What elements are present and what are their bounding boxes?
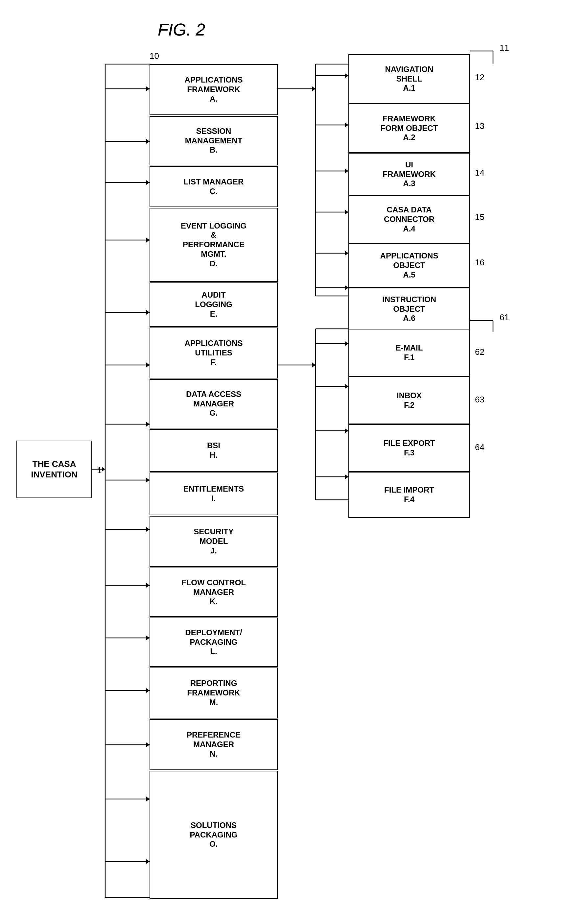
svg-marker-26 (146, 688, 150, 693)
svg-marker-28 (146, 742, 150, 747)
svg-marker-22 (146, 583, 150, 588)
box-O: SOLUTIONS PACKAGING O. (150, 771, 278, 899)
ref-15: 15 (475, 212, 485, 222)
svg-marker-12 (146, 310, 150, 315)
ref-1: 1 (97, 465, 101, 476)
box-A5: APPLICATIONS OBJECT A.5 (348, 243, 470, 288)
box-C: LIST MANAGER C. (150, 166, 278, 207)
svg-marker-30 (146, 797, 150, 801)
figure-title: FIG. 2 (158, 20, 205, 39)
svg-marker-41 (345, 74, 348, 78)
box-J: SECURITY MODEL J. (150, 516, 278, 567)
box-F2: INBOX F.2 (348, 376, 470, 424)
box-A4: CASA DATA CONNECTOR A.4 (348, 196, 470, 243)
box-K: FLOW CONTROL MANAGER K. (150, 567, 278, 617)
svg-marker-4 (146, 87, 150, 91)
ref-10: 10 (150, 51, 159, 61)
ref-14: 14 (475, 168, 485, 178)
svg-marker-20 (146, 527, 150, 532)
box-B: SESSION MANAGEMENT B. (150, 116, 278, 165)
ref-62: 62 (475, 347, 485, 357)
box-F1: E-MAIL F.1 (348, 329, 470, 376)
svg-marker-39 (312, 87, 315, 91)
svg-marker-18 (146, 478, 150, 482)
svg-marker-6 (146, 139, 150, 144)
box-E: AUDIT LOGGING E. (150, 283, 278, 327)
diagram-container: FIG. 2 (0, 0, 588, 922)
box-D: EVENT LOGGING & PERFORMANCE MGMT. D. (150, 208, 278, 282)
svg-marker-49 (345, 251, 348, 255)
box-N: PREFERENCE MANAGER N. (150, 719, 278, 770)
svg-marker-8 (146, 180, 150, 185)
svg-marker-45 (345, 169, 348, 173)
box-A3: UI FRAMEWORK A.3 (348, 153, 470, 196)
box-M: REPORTING FRAMEWORK M. (150, 667, 278, 718)
ref-11: 11 (500, 43, 509, 53)
box-F: APPLICATIONS UTILITIES F. (150, 327, 278, 378)
box-A6: INSTRUCTION OBJECT A.6 (348, 288, 470, 330)
svg-marker-51 (345, 285, 348, 290)
svg-marker-14 (146, 363, 150, 367)
ref-63: 63 (475, 395, 485, 405)
ref-12: 12 (475, 72, 485, 83)
box-A2: FRAMEWORK FORM OBJECT A.2 (348, 104, 470, 153)
box-F3: FILE EXPORT F.3 (348, 424, 470, 472)
svg-marker-58 (345, 341, 348, 346)
svg-marker-32 (146, 859, 150, 864)
box-A: APPLICATIONS FRAMEWORK A. (150, 64, 278, 115)
box-A1: NAVIGATION SHELL A.1 (348, 54, 470, 104)
svg-marker-64 (345, 474, 348, 479)
svg-marker-10 (146, 238, 150, 242)
main-invention-box: THE CASA INVENTION (16, 441, 92, 498)
ref-16: 16 (475, 257, 485, 268)
box-I: ENTITLEMENTS I. (150, 472, 278, 515)
svg-marker-47 (345, 210, 348, 214)
svg-marker-43 (345, 123, 348, 127)
svg-marker-53 (312, 363, 315, 367)
svg-marker-62 (345, 428, 348, 433)
ref-64: 64 (475, 442, 485, 453)
box-L: DEPLOYMENT/ PACKAGING L. (150, 618, 278, 667)
svg-marker-60 (345, 384, 348, 389)
box-F4: FILE IMPORT F.4 (348, 472, 470, 518)
svg-marker-24 (146, 636, 150, 640)
svg-marker-16 (146, 422, 150, 427)
box-H: BSI H. (150, 429, 278, 472)
svg-marker-34 (102, 467, 105, 471)
box-G: DATA ACCESS MANAGER G. (150, 379, 278, 428)
ref-13: 13 (475, 121, 485, 131)
ref-61: 61 (500, 312, 509, 322)
